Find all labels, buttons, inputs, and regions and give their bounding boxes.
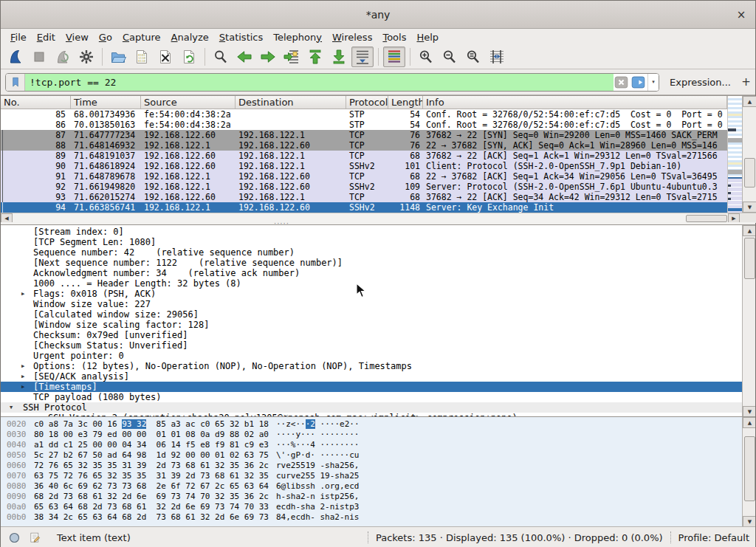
colorize-icon[interactable] bbox=[383, 47, 405, 67]
display-filter-input[interactable]: !tcp.port == 22 bbox=[25, 74, 614, 91]
capture-stop-icon[interactable] bbox=[28, 47, 50, 67]
detail-line[interactable]: Window size value: 227 bbox=[1, 299, 742, 309]
detail-line[interactable]: ▶Options: (12 bytes), No-Operation (NOP)… bbox=[1, 361, 742, 371]
filter-add-button[interactable]: + bbox=[741, 73, 751, 91]
packet-list-hscrollbar[interactable]: ◀ ▶ bbox=[1, 213, 740, 223]
packet-row-89[interactable]: 8971.648191037192.168.122.60192.168.122.… bbox=[1, 151, 727, 161]
packet-row-92[interactable]: 9271.661949820192.168.122.1192.168.122.6… bbox=[1, 182, 727, 192]
menu-edit[interactable]: Edit bbox=[32, 30, 61, 44]
expression-button[interactable]: Expression... bbox=[670, 77, 731, 88]
hex-row-0090[interactable]: 009068 2d 73 68 61 32 2d 6e 69 73 74 70 … bbox=[1, 492, 742, 502]
profile-text[interactable]: Profile: Default bbox=[678, 532, 749, 543]
packet-row-86[interactable]: 8670.013850163fe:54:00:d4:38:2aSTP54Conf… bbox=[1, 120, 727, 130]
zoom-in-icon[interactable] bbox=[415, 47, 437, 67]
hex-row-0080[interactable]: 008036 40 6c 69 62 73 73 68 2e 6f 72 67 … bbox=[1, 481, 742, 492]
packet-list-hscroll-thumb[interactable] bbox=[686, 215, 727, 222]
filter-history-dropdown[interactable]: ▾ bbox=[647, 74, 659, 91]
detail-line[interactable]: [Window size scaling factor: 128] bbox=[1, 320, 742, 330]
expert-info-icon[interactable] bbox=[7, 530, 21, 545]
capture-options-icon[interactable] bbox=[75, 47, 97, 67]
open-file-icon[interactable] bbox=[107, 47, 129, 67]
detail-line[interactable]: ▼SSH Protocol bbox=[1, 402, 742, 413]
detail-line[interactable]: 1000 .... = Header Length: 32 bytes (8) bbox=[1, 278, 742, 289]
hex-row-00a0[interactable]: 00a065 63 64 68 2d 73 68 61 32 2d 6e 69 … bbox=[1, 502, 742, 512]
hex-row-0030[interactable]: 003080 18 00 e3 79 ed 00 00 01 01 08 0a … bbox=[1, 430, 742, 440]
scroll-down-icon[interactable]: ▼ bbox=[743, 202, 756, 213]
menu-capture[interactable]: Capture bbox=[117, 30, 166, 44]
detail-line[interactable]: [TCP Segment Len: 1080] bbox=[1, 237, 742, 247]
packet-row-87[interactable]: 8771.647777234192.168.122.60192.168.122.… bbox=[1, 130, 727, 140]
menu-analyze[interactable]: Analyze bbox=[166, 30, 214, 44]
title-bar[interactable]: *any × bbox=[1, 1, 755, 29]
hex-row-0060[interactable]: 006072 76 65 32 35 35 31 39 2d 73 68 61 … bbox=[1, 461, 742, 471]
go-forward-icon[interactable] bbox=[257, 47, 279, 67]
menu-tools[interactable]: Tools bbox=[377, 30, 411, 44]
find-packet-icon[interactable] bbox=[210, 47, 232, 67]
expand-icon[interactable]: ▶ bbox=[21, 361, 24, 371]
packet-list-vscrollbar[interactable]: ▲ ▼ bbox=[742, 96, 756, 213]
filter-clear-icon[interactable] bbox=[614, 75, 629, 90]
packet-row-88[interactable]: 8871.648146932192.168.122.1192.168.122.6… bbox=[1, 140, 727, 151]
detail-line[interactable]: Checksum: 0x79ed [unverified] bbox=[1, 330, 742, 340]
details-vscroll-thumb[interactable] bbox=[744, 238, 755, 279]
expand-icon[interactable]: ▶ bbox=[21, 371, 24, 382]
column-header-protocol[interactable]: Protocol bbox=[346, 96, 388, 109]
collapse-icon[interactable]: ▼ bbox=[10, 402, 13, 413]
zoom-100-icon[interactable] bbox=[462, 47, 484, 67]
packet-row-85[interactable]: 8568.001734936fe:54:00:d4:38:2aSTP54Conf… bbox=[1, 109, 727, 120]
bytes-vscroll-thumb[interactable] bbox=[744, 436, 755, 501]
detail-line[interactable]: TCP payload (1080 bytes) bbox=[1, 392, 742, 402]
menu-help[interactable]: Help bbox=[411, 30, 444, 44]
column-header-info[interactable]: Info bbox=[423, 96, 727, 109]
auto-scroll-icon[interactable] bbox=[351, 47, 374, 67]
menu-wireless[interactable]: Wireless bbox=[327, 30, 377, 44]
detail-line[interactable]: Acknowledgment number: 34 (relative ack … bbox=[1, 268, 742, 278]
packet-list-vscroll-thumb[interactable] bbox=[744, 158, 755, 188]
close-file-icon[interactable] bbox=[154, 47, 176, 67]
capture-start-icon[interactable] bbox=[4, 47, 27, 67]
hex-row-0050[interactable]: 00505c 27 b2 67 50 ad 64 98 1d 92 00 00 … bbox=[1, 450, 742, 461]
go-bottom-icon[interactable] bbox=[328, 47, 350, 67]
column-header-length[interactable]: Length bbox=[388, 96, 423, 109]
menu-go[interactable]: Go bbox=[94, 30, 117, 44]
detail-line[interactable]: ▶[Timestamps] bbox=[1, 382, 742, 392]
filter-apply-icon[interactable] bbox=[630, 75, 646, 90]
expand-icon[interactable]: ▶ bbox=[21, 289, 24, 299]
packet-row-91[interactable]: 9171.648789678192.168.122.1192.168.122.6… bbox=[1, 171, 727, 182]
scroll-up-icon[interactable]: ▲ bbox=[743, 225, 755, 236]
hex-row-0040[interactable]: 0040a1 dd c1 25 00 00 04 34 06 14 f5 e8 … bbox=[1, 440, 742, 450]
column-header-no[interactable]: No. bbox=[1, 96, 71, 109]
column-header-time[interactable]: Time bbox=[71, 96, 141, 109]
filter-bookmark-icon[interactable] bbox=[6, 74, 25, 91]
detail-line[interactable]: Urgent pointer: 0 bbox=[1, 351, 742, 361]
reload-file-icon[interactable] bbox=[178, 47, 200, 67]
go-back-icon[interactable] bbox=[233, 47, 255, 67]
packet-list-minimap[interactable] bbox=[727, 96, 742, 213]
capture-restart-icon[interactable] bbox=[52, 47, 74, 67]
bytes-vscrollbar[interactable]: ▲ ▼ bbox=[742, 417, 755, 526]
packet-row-90[interactable]: 9071.648618924192.168.122.60192.168.122.… bbox=[1, 161, 727, 171]
detail-line[interactable]: ▶[SEQ/ACK analysis] bbox=[1, 371, 742, 382]
save-file-icon[interactable]: 010111100110 bbox=[131, 47, 153, 67]
menu-statistics[interactable]: Statistics bbox=[214, 30, 268, 44]
column-header-destination[interactable]: Destination bbox=[236, 96, 346, 109]
detail-line[interactable]: [Stream index: 0] bbox=[1, 227, 742, 237]
scroll-up-icon[interactable]: ▲ bbox=[743, 417, 755, 428]
go-to-packet-icon[interactable] bbox=[281, 47, 303, 67]
detail-line[interactable]: [Next sequence number: 1122 (relative se… bbox=[1, 258, 742, 268]
scroll-down-icon[interactable]: ▼ bbox=[743, 516, 755, 526]
resize-columns-icon[interactable] bbox=[486, 47, 508, 67]
packet-row-94[interactable]: 9471.663856741192.168.122.1192.168.122.6… bbox=[1, 202, 727, 213]
menu-file[interactable]: File bbox=[5, 30, 32, 44]
details-vscrollbar[interactable]: ▲ ▼ bbox=[742, 225, 755, 416]
column-header-source[interactable]: Source bbox=[141, 96, 236, 109]
hex-row-0020[interactable]: 0020c0 a8 7a 3c 00 16 93 32 85 a3 ac c0 … bbox=[1, 419, 742, 430]
scroll-up-icon[interactable]: ▲ bbox=[743, 96, 756, 107]
packet-row-93[interactable]: 9371.662015274192.168.122.60192.168.122.… bbox=[1, 192, 727, 202]
menu-telephony[interactable]: Telephony bbox=[268, 30, 327, 44]
go-top-icon[interactable] bbox=[304, 47, 326, 67]
detail-line[interactable]: [Checksum Status: Unverified] bbox=[1, 340, 742, 351]
display-filter-box[interactable]: !tcp.port == 22 ▾ bbox=[5, 73, 659, 92]
hex-row-0070[interactable]: 007063 75 72 76 65 32 35 35 31 39 2d 73 … bbox=[1, 471, 742, 481]
menu-view[interactable]: View bbox=[61, 30, 94, 44]
